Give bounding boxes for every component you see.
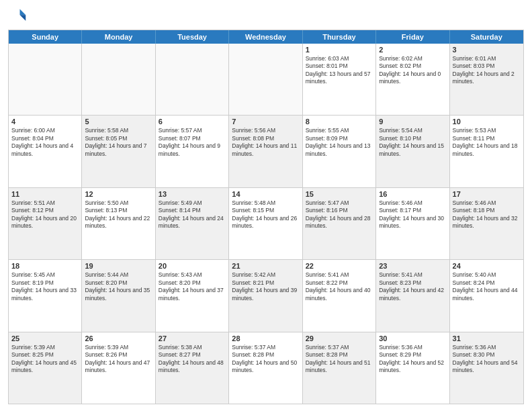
calendar-cell-2-6: 9Sunrise: 5:54 AM Sunset: 8:10 PM Daylig… <box>376 116 449 187</box>
cell-info: Sunrise: 5:37 AM Sunset: 8:28 PM Dayligh… <box>232 344 299 375</box>
cell-info: Sunrise: 5:56 AM Sunset: 8:08 PM Dayligh… <box>232 127 299 158</box>
cell-info: Sunrise: 6:03 AM Sunset: 8:01 PM Dayligh… <box>306 55 373 86</box>
cell-info: Sunrise: 5:39 AM Sunset: 8:26 PM Dayligh… <box>85 344 152 375</box>
day-header-friday: Friday <box>376 30 449 44</box>
day-number: 10 <box>453 118 521 126</box>
day-number: 27 <box>159 334 226 342</box>
day-header-thursday: Thursday <box>303 30 376 44</box>
header <box>8 7 524 26</box>
day-header-sunday: Sunday <box>9 30 82 44</box>
day-header-wednesday: Wednesday <box>229 30 302 44</box>
calendar-cell-4-4: 21Sunrise: 5:42 AM Sunset: 8:21 PM Dayli… <box>229 260 302 331</box>
calendar-cell-3-4: 14Sunrise: 5:48 AM Sunset: 8:15 PM Dayli… <box>229 188 302 259</box>
calendar-cell-5-7: 31Sunrise: 5:36 AM Sunset: 8:30 PM Dayli… <box>450 332 523 404</box>
calendar-row-1: 1Sunrise: 6:03 AM Sunset: 8:01 PM Daylig… <box>9 44 523 116</box>
svg-marker-1 <box>20 15 26 21</box>
day-number: 26 <box>85 334 152 342</box>
calendar-cell-1-2 <box>82 44 155 115</box>
cell-info: Sunrise: 5:36 AM Sunset: 8:29 PM Dayligh… <box>379 344 446 375</box>
calendar-cell-5-2: 26Sunrise: 5:39 AM Sunset: 8:26 PM Dayli… <box>82 332 155 404</box>
day-number: 29 <box>306 334 373 342</box>
day-number: 5 <box>85 118 152 126</box>
calendar-cell-4-3: 20Sunrise: 5:43 AM Sunset: 8:20 PM Dayli… <box>156 260 229 331</box>
day-number: 14 <box>232 190 299 198</box>
cell-info: Sunrise: 5:42 AM Sunset: 8:21 PM Dayligh… <box>232 271 299 302</box>
day-number: 13 <box>159 190 226 198</box>
calendar-cell-4-1: 18Sunrise: 5:45 AM Sunset: 8:19 PM Dayli… <box>9 260 82 331</box>
day-number: 28 <box>232 334 299 342</box>
calendar: SundayMondayTuesdayWednesdayThursdayFrid… <box>8 30 524 404</box>
day-number: 21 <box>232 262 299 270</box>
cell-info: Sunrise: 5:55 AM Sunset: 8:09 PM Dayligh… <box>306 127 373 158</box>
cell-info: Sunrise: 5:40 AM Sunset: 8:24 PM Dayligh… <box>453 271 521 302</box>
day-number: 31 <box>453 334 521 342</box>
day-number: 16 <box>379 190 446 198</box>
day-number: 6 <box>159 118 226 126</box>
cell-info: Sunrise: 5:43 AM Sunset: 8:20 PM Dayligh… <box>159 271 226 302</box>
cell-info: Sunrise: 5:48 AM Sunset: 8:15 PM Dayligh… <box>232 199 299 230</box>
day-number: 9 <box>379 118 446 126</box>
cell-info: Sunrise: 5:47 AM Sunset: 8:16 PM Dayligh… <box>306 199 373 230</box>
day-number: 30 <box>379 334 446 342</box>
calendar-cell-3-6: 16Sunrise: 5:46 AM Sunset: 8:17 PM Dayli… <box>376 188 449 259</box>
cell-info: Sunrise: 5:58 AM Sunset: 8:05 PM Dayligh… <box>85 127 152 158</box>
day-header-tuesday: Tuesday <box>156 30 229 44</box>
calendar-cell-3-7: 17Sunrise: 5:46 AM Sunset: 8:18 PM Dayli… <box>450 188 523 259</box>
calendar-cell-2-2: 5Sunrise: 5:58 AM Sunset: 8:05 PM Daylig… <box>82 116 155 187</box>
cell-info: Sunrise: 5:39 AM Sunset: 8:25 PM Dayligh… <box>11 344 79 375</box>
cell-info: Sunrise: 5:51 AM Sunset: 8:12 PM Dayligh… <box>11 199 79 230</box>
cell-info: Sunrise: 5:45 AM Sunset: 8:19 PM Dayligh… <box>11 271 79 302</box>
svg-marker-0 <box>20 9 26 15</box>
calendar-cell-5-4: 28Sunrise: 5:37 AM Sunset: 8:28 PM Dayli… <box>229 332 302 404</box>
cell-info: Sunrise: 5:41 AM Sunset: 8:23 PM Dayligh… <box>379 271 446 302</box>
calendar-row-3: 11Sunrise: 5:51 AM Sunset: 8:12 PM Dayli… <box>9 188 523 260</box>
day-number: 25 <box>11 334 79 342</box>
calendar-cell-5-1: 25Sunrise: 5:39 AM Sunset: 8:25 PM Dayli… <box>9 332 82 404</box>
cell-info: Sunrise: 5:44 AM Sunset: 8:20 PM Dayligh… <box>85 271 152 302</box>
calendar-cell-4-2: 19Sunrise: 5:44 AM Sunset: 8:20 PM Dayli… <box>82 260 155 331</box>
calendar-row-4: 18Sunrise: 5:45 AM Sunset: 8:19 PM Dayli… <box>9 260 523 332</box>
day-number: 17 <box>453 190 521 198</box>
day-number: 24 <box>453 262 521 270</box>
day-number: 4 <box>11 118 79 126</box>
day-number: 8 <box>306 118 373 126</box>
calendar-cell-5-6: 30Sunrise: 5:36 AM Sunset: 8:29 PM Dayli… <box>376 332 449 404</box>
day-number: 18 <box>11 262 79 270</box>
calendar-cell-4-6: 23Sunrise: 5:41 AM Sunset: 8:23 PM Dayli… <box>376 260 449 331</box>
day-number: 3 <box>453 46 521 54</box>
calendar-cell-3-3: 13Sunrise: 5:49 AM Sunset: 8:14 PM Dayli… <box>156 188 229 259</box>
calendar-cell-2-3: 6Sunrise: 5:57 AM Sunset: 8:07 PM Daylig… <box>156 116 229 187</box>
calendar-cell-3-5: 15Sunrise: 5:47 AM Sunset: 8:16 PM Dayli… <box>303 188 376 259</box>
cell-info: Sunrise: 5:46 AM Sunset: 8:17 PM Dayligh… <box>379 199 446 230</box>
day-number: 23 <box>379 262 446 270</box>
day-number: 20 <box>159 262 226 270</box>
calendar-row-2: 4Sunrise: 6:00 AM Sunset: 8:04 PM Daylig… <box>9 116 523 187</box>
cell-info: Sunrise: 5:41 AM Sunset: 8:22 PM Dayligh… <box>306 271 373 302</box>
cell-info: Sunrise: 5:49 AM Sunset: 8:14 PM Dayligh… <box>159 199 226 230</box>
cell-info: Sunrise: 6:01 AM Sunset: 8:03 PM Dayligh… <box>453 55 521 86</box>
calendar-cell-5-3: 27Sunrise: 5:38 AM Sunset: 8:27 PM Dayli… <box>156 332 229 404</box>
page: SundayMondayTuesdayWednesdayThursdayFrid… <box>0 0 532 411</box>
calendar-cell-2-7: 10Sunrise: 5:53 AM Sunset: 8:11 PM Dayli… <box>450 116 523 187</box>
cell-info: Sunrise: 6:00 AM Sunset: 8:04 PM Dayligh… <box>11 127 79 158</box>
day-number: 7 <box>232 118 299 126</box>
day-header-monday: Monday <box>82 30 155 44</box>
calendar-cell-4-5: 22Sunrise: 5:41 AM Sunset: 8:22 PM Dayli… <box>303 260 376 331</box>
cell-info: Sunrise: 6:02 AM Sunset: 8:02 PM Dayligh… <box>379 55 446 86</box>
calendar-cell-2-5: 8Sunrise: 5:55 AM Sunset: 8:09 PM Daylig… <box>303 116 376 187</box>
day-number: 19 <box>85 262 152 270</box>
day-number: 1 <box>306 46 373 54</box>
calendar-body: 1Sunrise: 6:03 AM Sunset: 8:01 PM Daylig… <box>9 44 523 404</box>
calendar-cell-1-6: 2Sunrise: 6:02 AM Sunset: 8:02 PM Daylig… <box>376 44 449 115</box>
day-number: 22 <box>306 262 373 270</box>
logo <box>8 7 30 26</box>
day-header-saturday: Saturday <box>450 30 523 44</box>
calendar-cell-1-3 <box>156 44 229 115</box>
calendar-cell-4-7: 24Sunrise: 5:40 AM Sunset: 8:24 PM Dayli… <box>450 260 523 331</box>
day-number: 2 <box>379 46 446 54</box>
calendar-cell-1-1 <box>9 44 82 115</box>
cell-info: Sunrise: 5:46 AM Sunset: 8:18 PM Dayligh… <box>453 199 521 230</box>
calendar-cell-1-5: 1Sunrise: 6:03 AM Sunset: 8:01 PM Daylig… <box>303 44 376 115</box>
cell-info: Sunrise: 5:54 AM Sunset: 8:10 PM Dayligh… <box>379 127 446 158</box>
cell-info: Sunrise: 5:37 AM Sunset: 8:28 PM Dayligh… <box>306 344 373 375</box>
